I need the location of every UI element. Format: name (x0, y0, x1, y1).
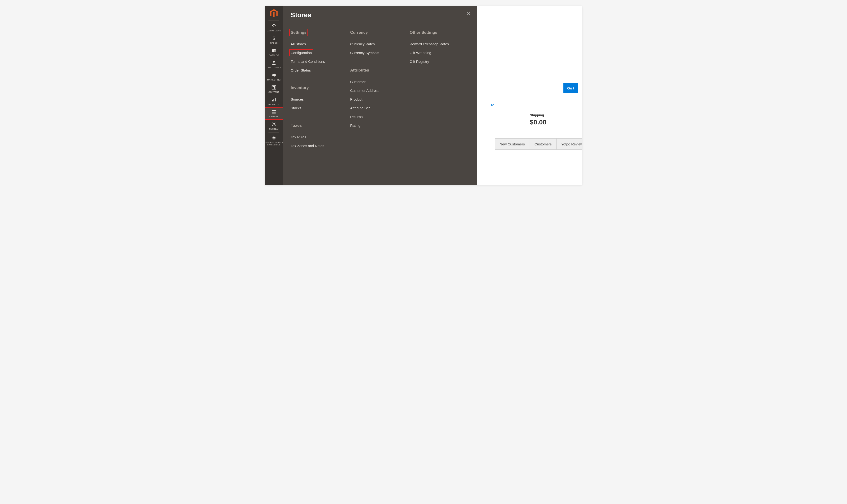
stores-col-2: Currency Currency Rates Currency Symbols… (350, 30, 410, 161)
taxes-heading: Taxes (291, 123, 343, 128)
sidebar-item-label: MARKETING (267, 78, 280, 81)
sidebar-item-content[interactable]: CONTENT (265, 83, 283, 95)
tab-customers[interactable]: Customers (530, 139, 557, 149)
sidebar-item-stores[interactable]: STORES (265, 107, 283, 120)
settings-all-stores[interactable]: All Stores (291, 40, 343, 48)
stat-shipping-label: Shipping (530, 113, 544, 117)
other-settings-heading: Other Settings (410, 30, 462, 35)
settings-heading: Settings (291, 30, 307, 35)
megaphone-icon (271, 72, 277, 78)
attributes-attribute-set[interactable]: Attribute Set (350, 104, 403, 112)
attributes-rating[interactable]: Rating (350, 121, 403, 130)
taxes-zones[interactable]: Tax Zones and Rates (291, 141, 343, 150)
svg-rect-3 (273, 86, 274, 87)
other-gift-wrapping[interactable]: Gift Wrapping (410, 48, 462, 57)
dashboard-tabs: New Customers Customers Yotpo Reviews (495, 138, 582, 150)
attributes-customer[interactable]: Customer (350, 77, 403, 86)
stores-col-1: Settings All Stores Configuration Terms … (291, 30, 350, 161)
sidebar-item-label: FIND PARTNERS & EXTENSIONS (265, 142, 283, 146)
box-icon (271, 48, 277, 53)
svg-rect-2 (272, 86, 276, 89)
stores-flyout-panel: Stores Settings All Stores Configuration… (283, 6, 477, 185)
other-gift-registry[interactable]: Gift Registry (410, 57, 462, 66)
sidebar-item-reports[interactable]: REPORTS (265, 95, 283, 107)
settings-order-status[interactable]: Order Status (291, 66, 343, 75)
sidebar-item-label: SYSTEM (269, 128, 278, 130)
svg-point-0 (273, 26, 274, 27)
svg-rect-5 (272, 100, 273, 101)
sidebar-item-partners[interactable]: FIND PARTNERS & EXTENSIONS (265, 133, 283, 148)
dollar-icon: $ (271, 36, 277, 41)
storefront-icon (271, 109, 277, 114)
banner-go-button[interactable]: Go t (564, 83, 578, 93)
tab-new-customers[interactable]: New Customers (495, 139, 530, 149)
svg-rect-4 (274, 86, 275, 89)
stat-quantity: Q 0 (582, 113, 582, 126)
currency-symbols[interactable]: Currency Symbols (350, 48, 403, 57)
inventory-sources[interactable]: Sources (291, 95, 343, 104)
sidebar-item-label: SALES (270, 42, 277, 44)
stat-quantity-label: Q (582, 113, 582, 117)
currency-rates[interactable]: Currency Rates (350, 40, 403, 48)
admin-sidebar: DASHBOARD $ SALES CATALOG CUSTOMERS MARK… (265, 6, 283, 185)
layout-icon (271, 85, 277, 90)
stores-panel-title: Stores (291, 11, 469, 19)
currency-heading: Currency (350, 30, 403, 35)
magento-logo-icon[interactable] (269, 8, 279, 18)
stat-quantity-value: 0 (582, 119, 582, 126)
sidebar-item-catalog[interactable]: CATALOG (265, 46, 283, 58)
chart-config-link[interactable]: re. (491, 103, 495, 107)
sidebar-item-marketing[interactable]: MARKETING (265, 71, 283, 83)
viewport: reports tailored to your customer data. … (265, 6, 582, 185)
sidebar-item-label: CONTENT (269, 91, 279, 93)
svg-point-1 (273, 61, 275, 62)
attributes-heading: Attributes (350, 68, 403, 73)
settings-terms[interactable]: Terms and Conditions (291, 57, 343, 66)
sidebar-item-system[interactable]: SYSTEM (265, 120, 283, 132)
settings-configuration[interactable]: Configuration (291, 51, 312, 55)
attributes-customer-address[interactable]: Customer Address (350, 86, 403, 95)
taxes-tax-rules[interactable]: Tax Rules (291, 133, 343, 141)
sidebar-item-dashboard[interactable]: DASHBOARD (265, 21, 283, 34)
gauge-icon (271, 23, 277, 29)
puzzle-icon (271, 136, 277, 141)
stat-shipping: Shipping $0.00 (530, 113, 547, 126)
person-icon (271, 60, 277, 66)
sidebar-item-label: DASHBOARD (267, 30, 281, 32)
other-reward-exchange[interactable]: Reward Exchange Rates (410, 40, 462, 48)
sidebar-item-label: STORES (269, 115, 278, 118)
stores-col-3: Other Settings Reward Exchange Rates Gif… (410, 30, 469, 161)
svg-rect-7 (275, 98, 276, 102)
bar-chart-icon (271, 97, 277, 102)
sidebar-item-customers[interactable]: CUSTOMERS (265, 58, 283, 71)
sidebar-item-sales[interactable]: $ SALES (265, 34, 283, 46)
inventory-heading: Inventory (291, 86, 343, 90)
svg-rect-6 (273, 99, 274, 101)
stat-shipping-value: $0.00 (530, 119, 547, 126)
close-icon[interactable] (466, 11, 471, 16)
attributes-product[interactable]: Product (350, 95, 403, 104)
tab-yotpo-reviews[interactable]: Yotpo Reviews (556, 139, 582, 149)
attributes-returns[interactable]: Returns (350, 112, 403, 121)
sidebar-item-label: CUSTOMERS (267, 66, 281, 69)
svg-point-8 (273, 123, 275, 125)
sidebar-item-label: REPORTS (269, 103, 279, 106)
sidebar-item-label: CATALOG (269, 54, 279, 56)
gear-icon (271, 122, 277, 127)
inventory-stocks[interactable]: Stocks (291, 104, 343, 112)
